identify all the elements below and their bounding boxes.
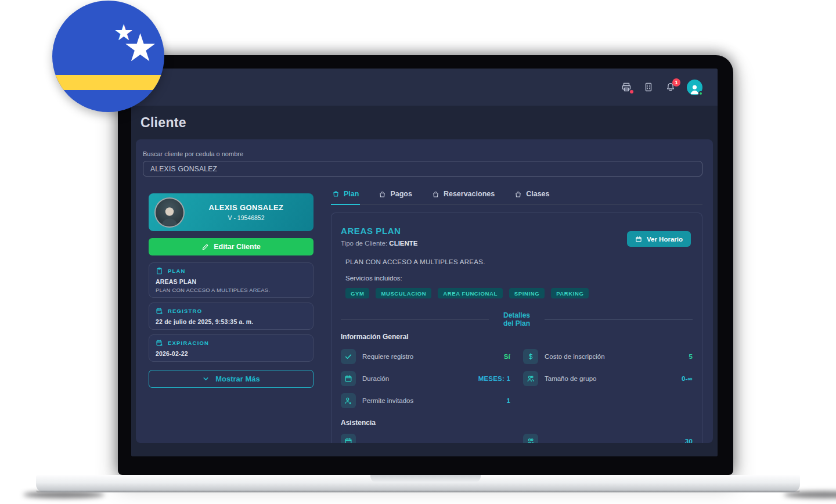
stage: 1 Cliente Buscar cliente por cedula o n [0,0,836,504]
info-row-permite-invitados: Permite invitados 1 [341,393,510,409]
info-label: Duración [362,375,478,382]
search-label: Buscar cliente por cedula o nombre [143,150,243,157]
plan-card-label: PLAN [168,268,186,274]
tab-pagos[interactable]: Pagos [377,189,413,204]
calendar-icon [341,371,356,386]
bag-icon [432,190,439,198]
dollar-icon [523,349,538,364]
app-window: 1 Cliente Buscar cliente por cedula o n [131,69,718,456]
topbar: 1 [131,69,718,106]
registration-card[interactable]: REGISTRO 22 de julio de 2025, 9:53:35 a.… [149,303,314,330]
calendar-icon [341,434,356,443]
info-row-duracion: Duración MESES: 1 [341,370,510,387]
calendar-x-icon [156,339,163,347]
tab-bar: Plan Pagos [331,189,702,205]
client-id: V - 19546852 [185,214,308,221]
show-more-label: Mostrar Más [215,375,260,383]
plan-detail-box: AREAS PLAN Tipo de Cliente: CLIENTE [331,213,702,443]
client-meta: ALEXIS GONSALEZ V - 19546852 [185,203,308,221]
view-schedule-label: Ver Horario [647,236,683,243]
edit-client-button[interactable]: Editar Cliente [149,238,314,255]
attendance-row [341,433,510,443]
client-page: Cliente Buscar cliente por cedula o nomb… [131,106,718,456]
expiration-card-header: EXPIRACION [156,339,307,347]
plan-card-subtitle: PLAN CON ACCESO A MULTIPLES AREAS. [156,287,307,293]
tab-plan[interactable]: Plan [331,189,360,205]
bag-icon [514,190,522,198]
attendance-row: 30 [523,433,693,443]
divider-text: Detalles del Plan [489,311,545,327]
expiration-card-title: 2026-02-22 [156,350,307,357]
attendance-title: Asistencia [341,419,693,427]
info-value: MESES: 1 [478,375,510,382]
divider-line [545,319,693,320]
search-input[interactable] [143,161,702,177]
view-schedule-button[interactable]: Ver Horario [627,231,691,247]
client-type-value: CLIENTE [389,240,417,247]
bag-icon [332,190,340,197]
services-tags: GYM MUSCULACION AREA FUNCIONAL SPINING P… [345,288,693,298]
topbar-icons: 1 [621,69,702,106]
service-tag[interactable]: PARKING [551,288,589,298]
registration-card-label: REGISTRO [168,308,202,314]
printer-status-dot [630,90,633,93]
bag-icon [379,190,386,198]
client-panel: Buscar cliente por cedula o nombre [136,139,713,443]
services-label: Servicios incluidos: [345,275,693,282]
users-icon [523,434,538,443]
info-value: Sí [504,353,510,360]
edit-client-label: Editar Cliente [214,243,261,251]
user-avatar[interactable] [687,80,702,95]
divider-line [341,319,489,320]
plan-card-header: PLAN [156,267,307,275]
service-tag[interactable]: SPINING [509,288,545,298]
plan-details-divider: Detalles del Plan [341,311,693,327]
client-summary-column: ALEXIS GONSALEZ V - 19546852 Editar Clie… [149,193,314,388]
calendar-icon [635,236,642,243]
service-tag[interactable]: AREA FUNCIONAL [438,288,503,298]
laptop-base-notch [370,475,481,483]
info-row-costo-inscripcion: Costo de inscripción 5 [523,348,693,365]
info-label: Costo de inscripción [545,353,689,360]
info-value: 1 [506,397,510,404]
user-plus-icon [341,393,356,408]
info-value: 30 [685,438,693,443]
expiration-card-label: EXPIRACION [168,340,209,346]
chevron-down-icon [202,375,210,383]
tab-reservaciones-label: Reservaciones [444,190,495,198]
client-card[interactable]: ALEXIS GONSALEZ V - 19546852 [149,193,314,231]
client-type-label: Tipo de Cliente: [341,240,387,247]
client-detail-column: Plan Pagos [331,189,702,443]
client-photo [154,197,185,228]
info-label: Permite invitados [362,397,506,404]
plan-card-title: AREAS PLAN [156,278,307,285]
plan-description: PLAN CON ACCESO A MULTIPLES AREAS. [345,258,693,265]
page-title: Cliente [140,115,186,131]
expiration-card[interactable]: EXPIRACION 2026-02-22 [149,334,314,362]
info-label: Tamaño de grupo [545,375,682,382]
tab-pagos-label: Pagos [390,190,412,198]
printer-icon[interactable] [621,81,632,93]
tab-plan-label: Plan [344,190,359,198]
show-more-button[interactable]: Mostrar Más [149,370,314,388]
registration-card-title: 22 de julio de 2025, 9:53:35 a. m. [156,318,307,325]
person-icon [158,203,181,226]
tab-reservaciones[interactable]: Reservaciones [431,189,496,204]
info-row-tamano-grupo: Tamaño de grupo 0-∞ [523,370,693,387]
service-tag[interactable]: MUSCULACION [376,288,431,298]
bell-icon[interactable]: 1 [665,81,676,93]
service-tag[interactable]: GYM [345,288,369,298]
laptop-base-edge [36,490,800,492]
users-icon [523,371,538,386]
laptop-base [36,475,800,492]
tab-clases-label: Clases [526,190,549,198]
curacao-flag-badge: ★ ★ [52,1,164,112]
info-value: 0-∞ [682,375,693,382]
general-info-title: Información General [341,333,693,341]
plan-card[interactable]: PLAN AREAS PLAN PLAN CON ACCESO A MULTIP… [149,262,314,298]
tab-clases[interactable]: Clases [513,189,550,204]
info-label: Requiere registro [362,353,504,360]
plan-header: AREAS PLAN Tipo de Cliente: CLIENTE [341,226,693,247]
general-info-grid: Requiere registro Sí Costo de inscripció… [341,348,693,409]
building-icon[interactable] [643,81,654,93]
